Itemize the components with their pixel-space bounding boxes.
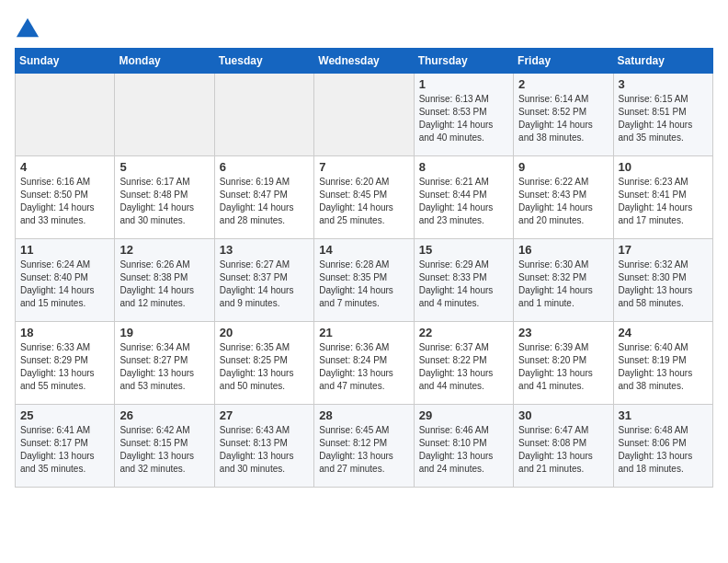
day-info: Sunrise: 6:48 AM Sunset: 8:06 PM Dayligh…	[619, 424, 708, 476]
calendar-cell: 7Sunrise: 6:20 AM Sunset: 8:45 PM Daylig…	[314, 156, 414, 239]
day-number: 4	[20, 160, 109, 174]
day-info: Sunrise: 6:17 AM Sunset: 8:48 PM Dayligh…	[119, 176, 209, 227]
calendar-cell	[115, 74, 214, 156]
calendar-cell: 23Sunrise: 6:39 AM Sunset: 8:20 PM Dayli…	[514, 322, 613, 405]
day-info: Sunrise: 6:20 AM Sunset: 8:45 PM Dayligh…	[319, 176, 408, 227]
calendar-cell: 10Sunrise: 6:23 AM Sunset: 8:41 PM Dayli…	[613, 156, 712, 239]
day-info: Sunrise: 6:13 AM Sunset: 8:53 PM Dayligh…	[419, 93, 508, 144]
calendar-cell: 15Sunrise: 6:29 AM Sunset: 8:33 PM Dayli…	[414, 239, 513, 322]
calendar-cell: 28Sunrise: 6:45 AM Sunset: 8:12 PM Dayli…	[314, 405, 414, 488]
day-number: 11	[20, 243, 109, 257]
calendar-cell: 19Sunrise: 6:34 AM Sunset: 8:27 PM Dayli…	[115, 322, 214, 405]
calendar-cell: 2Sunrise: 6:14 AM Sunset: 8:52 PM Daylig…	[514, 74, 613, 156]
day-info: Sunrise: 6:30 AM Sunset: 8:32 PM Dayligh…	[518, 259, 608, 310]
day-number: 1	[419, 77, 508, 91]
day-info: Sunrise: 6:42 AM Sunset: 8:15 PM Dayligh…	[119, 424, 209, 476]
day-info: Sunrise: 6:16 AM Sunset: 8:50 PM Dayligh…	[20, 176, 109, 227]
calendar-cell: 17Sunrise: 6:32 AM Sunset: 8:30 PM Dayli…	[613, 239, 712, 322]
day-number: 29	[419, 408, 508, 422]
calendar-week-5: 25Sunrise: 6:41 AM Sunset: 8:17 PM Dayli…	[16, 405, 713, 488]
day-info: Sunrise: 6:23 AM Sunset: 8:41 PM Dayligh…	[619, 176, 708, 227]
day-number: 19	[119, 326, 209, 339]
day-info: Sunrise: 6:29 AM Sunset: 8:33 PM Dayligh…	[419, 259, 508, 310]
calendar-cell	[314, 74, 414, 156]
calendar-cell: 13Sunrise: 6:27 AM Sunset: 8:37 PM Dayli…	[214, 239, 313, 322]
calendar-cell: 8Sunrise: 6:21 AM Sunset: 8:44 PM Daylig…	[414, 156, 513, 239]
calendar-table: SundayMondayTuesdayWednesdayThursdayFrid…	[15, 48, 713, 488]
day-info: Sunrise: 6:14 AM Sunset: 8:52 PM Dayligh…	[518, 93, 608, 144]
day-number: 3	[619, 77, 708, 91]
calendar-cell: 18Sunrise: 6:33 AM Sunset: 8:29 PM Dayli…	[16, 322, 115, 405]
weekday-header-row: SundayMondayTuesdayWednesdayThursdayFrid…	[16, 49, 713, 74]
day-info: Sunrise: 6:47 AM Sunset: 8:08 PM Dayligh…	[518, 424, 608, 476]
day-info: Sunrise: 6:28 AM Sunset: 8:35 PM Dayligh…	[319, 259, 408, 310]
day-number: 6	[220, 160, 309, 174]
logo	[15, 15, 44, 40]
weekday-header-sunday: Sunday	[16, 49, 115, 74]
svg-marker-1	[18, 21, 38, 35]
day-number: 26	[119, 408, 209, 422]
logo-icon	[15, 15, 40, 40]
weekday-header-wednesday: Wednesday	[314, 49, 414, 74]
calendar-cell	[16, 74, 115, 156]
day-info: Sunrise: 6:45 AM Sunset: 8:12 PM Dayligh…	[319, 424, 408, 476]
day-number: 28	[319, 408, 408, 422]
day-number: 5	[119, 160, 209, 174]
day-number: 9	[518, 160, 608, 174]
calendar-cell: 14Sunrise: 6:28 AM Sunset: 8:35 PM Dayli…	[314, 239, 414, 322]
calendar-cell: 24Sunrise: 6:40 AM Sunset: 8:19 PM Dayli…	[613, 322, 712, 405]
day-number: 30	[518, 408, 608, 422]
calendar-cell: 20Sunrise: 6:35 AM Sunset: 8:25 PM Dayli…	[214, 322, 313, 405]
calendar-cell: 4Sunrise: 6:16 AM Sunset: 8:50 PM Daylig…	[16, 156, 115, 239]
day-number: 22	[419, 326, 508, 339]
calendar-cell: 27Sunrise: 6:43 AM Sunset: 8:13 PM Dayli…	[214, 405, 313, 488]
day-number: 12	[119, 243, 209, 257]
header	[15, 15, 713, 40]
day-info: Sunrise: 6:26 AM Sunset: 8:38 PM Dayligh…	[119, 259, 209, 310]
day-info: Sunrise: 6:32 AM Sunset: 8:30 PM Dayligh…	[619, 259, 708, 310]
weekday-header-thursday: Thursday	[414, 49, 513, 74]
day-number: 25	[20, 408, 109, 422]
calendar-week-1: 1Sunrise: 6:13 AM Sunset: 8:53 PM Daylig…	[16, 74, 713, 156]
day-number: 16	[518, 243, 608, 257]
calendar-cell: 12Sunrise: 6:26 AM Sunset: 8:38 PM Dayli…	[115, 239, 214, 322]
day-info: Sunrise: 6:43 AM Sunset: 8:13 PM Dayligh…	[220, 424, 309, 476]
calendar-week-4: 18Sunrise: 6:33 AM Sunset: 8:29 PM Dayli…	[16, 322, 713, 405]
day-info: Sunrise: 6:36 AM Sunset: 8:24 PM Dayligh…	[319, 341, 408, 393]
calendar-cell: 6Sunrise: 6:19 AM Sunset: 8:47 PM Daylig…	[214, 156, 313, 239]
calendar-cell	[214, 74, 313, 156]
day-info: Sunrise: 6:33 AM Sunset: 8:29 PM Dayligh…	[20, 341, 109, 393]
day-info: Sunrise: 6:22 AM Sunset: 8:43 PM Dayligh…	[518, 176, 608, 227]
day-info: Sunrise: 6:24 AM Sunset: 8:40 PM Dayligh…	[20, 259, 109, 310]
calendar-cell: 21Sunrise: 6:36 AM Sunset: 8:24 PM Dayli…	[314, 322, 414, 405]
calendar-cell: 5Sunrise: 6:17 AM Sunset: 8:48 PM Daylig…	[115, 156, 214, 239]
day-number: 13	[220, 243, 309, 257]
calendar-cell: 25Sunrise: 6:41 AM Sunset: 8:17 PM Dayli…	[16, 405, 115, 488]
day-number: 2	[518, 77, 608, 91]
weekday-header-tuesday: Tuesday	[214, 49, 313, 74]
calendar-cell: 1Sunrise: 6:13 AM Sunset: 8:53 PM Daylig…	[414, 74, 513, 156]
day-info: Sunrise: 6:37 AM Sunset: 8:22 PM Dayligh…	[419, 341, 508, 393]
weekday-header-friday: Friday	[514, 49, 613, 74]
day-info: Sunrise: 6:41 AM Sunset: 8:17 PM Dayligh…	[20, 424, 109, 476]
day-info: Sunrise: 6:21 AM Sunset: 8:44 PM Dayligh…	[419, 176, 508, 227]
day-info: Sunrise: 6:34 AM Sunset: 8:27 PM Dayligh…	[119, 341, 209, 393]
day-number: 10	[619, 160, 708, 174]
day-number: 31	[619, 408, 708, 422]
day-number: 17	[619, 243, 708, 257]
day-number: 20	[220, 326, 309, 339]
day-info: Sunrise: 6:35 AM Sunset: 8:25 PM Dayligh…	[220, 341, 309, 393]
day-number: 23	[518, 326, 608, 339]
day-info: Sunrise: 6:15 AM Sunset: 8:51 PM Dayligh…	[619, 93, 708, 144]
day-info: Sunrise: 6:39 AM Sunset: 8:20 PM Dayligh…	[518, 341, 608, 393]
calendar-cell: 16Sunrise: 6:30 AM Sunset: 8:32 PM Dayli…	[514, 239, 613, 322]
calendar-cell: 29Sunrise: 6:46 AM Sunset: 8:10 PM Dayli…	[414, 405, 513, 488]
day-number: 7	[319, 160, 408, 174]
day-number: 8	[419, 160, 508, 174]
day-number: 27	[220, 408, 309, 422]
weekday-header-monday: Monday	[115, 49, 214, 74]
day-number: 18	[20, 326, 109, 339]
day-number: 14	[319, 243, 408, 257]
calendar-cell: 30Sunrise: 6:47 AM Sunset: 8:08 PM Dayli…	[514, 405, 613, 488]
calendar-cell: 26Sunrise: 6:42 AM Sunset: 8:15 PM Dayli…	[115, 405, 214, 488]
